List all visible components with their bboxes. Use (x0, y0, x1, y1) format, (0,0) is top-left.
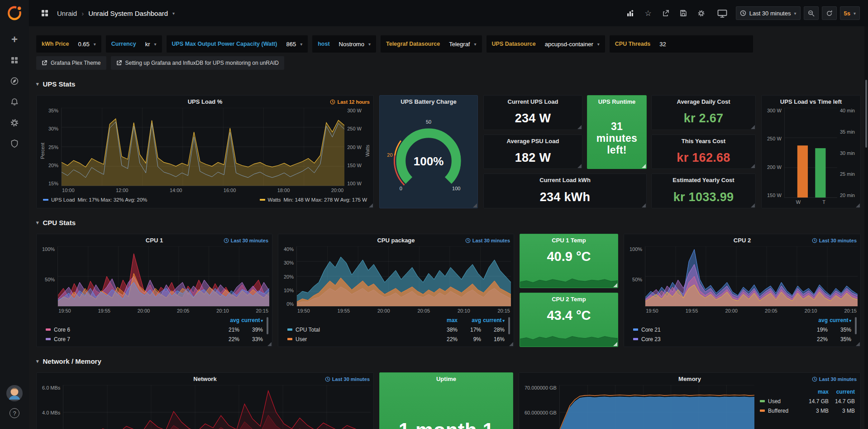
series-toggle[interactable]: Core 7 (46, 336, 216, 342)
resize-handle[interactable] (267, 342, 272, 346)
panel-time-range[interactable]: Last 30 minutes (812, 234, 857, 246)
resize-handle[interactable] (751, 164, 755, 168)
resize-handle[interactable] (369, 203, 373, 207)
variable-cpu-threads[interactable]: CPU Threads 32 (610, 35, 754, 53)
panel-time-range[interactable]: Last 12 hours (330, 96, 370, 108)
variable-ups-max-output[interactable]: UPS Max Output Power Capacity (Watt) 865… (167, 35, 308, 53)
network-chart[interactable] (63, 385, 371, 429)
cpu1-chart[interactable] (57, 246, 269, 307)
zoom-out-button[interactable] (804, 6, 819, 20)
legend-scrollbar[interactable] (508, 317, 510, 334)
row-cpu-stats[interactable]: ▾ CPU Stats (36, 216, 861, 229)
resize-handle[interactable] (642, 164, 646, 168)
resize-handle[interactable] (473, 203, 477, 207)
resize-handle[interactable] (856, 342, 860, 346)
breadcrumb: Unraid › Unraid System Dashboard ▾ (37, 6, 175, 20)
memory-chart[interactable] (559, 385, 754, 429)
star-dashboard-button[interactable]: ☆ (641, 6, 655, 20)
breadcrumb-app[interactable]: Unraid (57, 10, 77, 17)
panel-time-range[interactable]: Last 30 minutes (325, 373, 370, 385)
grafana-logo[interactable] (6, 5, 23, 22)
resize-handle[interactable] (509, 342, 513, 346)
panel-title[interactable]: This Years Cost (682, 138, 725, 145)
user-avatar[interactable] (6, 385, 23, 401)
explore-compass-icon[interactable] (5, 72, 24, 90)
dashboards-icon[interactable] (5, 51, 24, 69)
legend-row: Buffered 3 MB3 MB (760, 406, 855, 415)
legend-item-watts[interactable]: Watts Min: 148 W Max: 278 W Avg: 175 W (260, 197, 367, 202)
legend-item-ups-load[interactable]: UPS Load Min: 17% Max: 32% Avg: 20% (43, 197, 147, 202)
series-toggle[interactable]: Buffered (760, 408, 802, 414)
scrollbar-thumb[interactable] (865, 80, 867, 148)
resize-handle[interactable] (642, 203, 646, 207)
ups-bars-chart[interactable] (784, 108, 837, 198)
series-toggle[interactable]: Core 6 (46, 327, 216, 333)
series-toggle[interactable]: Used (760, 398, 802, 405)
panel-title[interactable]: UPS Load % (188, 98, 223, 105)
panel-title[interactable]: Current Load kWh (539, 177, 591, 183)
cpu2-chart[interactable] (645, 246, 858, 307)
refresh-button[interactable] (822, 6, 837, 20)
alerting-bell-icon[interactable] (5, 93, 24, 111)
row-network-memory[interactable]: ▾ Network / Memory (36, 354, 861, 368)
panel-title[interactable]: CPU 1 (146, 237, 163, 244)
panel-title[interactable]: Memory (678, 376, 701, 382)
share-button[interactable] (658, 6, 673, 20)
configuration-gear-icon[interactable] (5, 114, 24, 132)
resize-handle[interactable] (577, 164, 582, 168)
dashboard-settings-gear-button[interactable] (694, 6, 709, 20)
panel-title[interactable]: CPU 1 Temp (552, 237, 586, 244)
resize-handle[interactable] (751, 125, 755, 129)
dashboard-links-row: Grafana Plex Theme Setting up Grafana an… (36, 56, 861, 70)
refresh-interval-picker[interactable]: 5s ▾ (840, 6, 860, 20)
variable-kwh-price[interactable]: kWh Price 0.65▾ (36, 35, 101, 53)
ups-load-chart[interactable] (61, 108, 344, 186)
link-ups-monitoring-guide[interactable]: Setting up Grafana and InfluxDB for UPS … (111, 56, 285, 70)
cycle-view-monitor-icon[interactable] (714, 6, 731, 20)
row-ups-stats[interactable]: ▾ UPS Stats (36, 77, 861, 91)
panel-title[interactable]: Network (193, 376, 216, 382)
panel-title[interactable]: UPS Runtime (598, 98, 635, 105)
title-caret-icon: ▾ (172, 11, 175, 16)
resize-handle[interactable] (856, 203, 860, 207)
resize-handle[interactable] (613, 342, 617, 346)
panel-title[interactable]: CPU 2 Temp (552, 296, 586, 303)
apps-grid-icon[interactable] (37, 6, 52, 20)
panel-title[interactable]: UPS Battery Charge (401, 98, 457, 105)
dashboard: kWh Price 0.65▾ Currency kr▾ UPS Max Out… (29, 26, 868, 429)
save-button[interactable] (676, 6, 691, 20)
legend-scrollbar[interactable] (267, 317, 268, 334)
panel-title[interactable]: CPU 2 (734, 237, 751, 244)
panel-time-range[interactable]: Last 30 minutes (465, 234, 510, 246)
add-panel-button[interactable] (623, 6, 638, 20)
variable-telegraf-datasource[interactable]: Telegraf Datasource Telegraf▾ (381, 35, 482, 53)
series-toggle[interactable]: Core 23 (633, 336, 804, 342)
panel-title[interactable]: Current UPS Load (508, 98, 558, 105)
resize-handle[interactable] (751, 203, 755, 207)
panel-title[interactable]: Estimated Yearly Cost (672, 177, 734, 183)
cpu-package-chart[interactable] (296, 246, 511, 307)
panel-title[interactable]: UPS Load vs Time left (780, 98, 842, 105)
variable-currency[interactable]: Currency kr▾ (106, 35, 162, 53)
series-toggle[interactable]: CPU Total (287, 327, 434, 333)
link-grafana-plex-theme[interactable]: Grafana Plex Theme (36, 56, 106, 70)
dashboard-title[interactable]: Unraid System Dashboard (88, 10, 168, 17)
series-toggle[interactable]: Core 21 (633, 327, 804, 333)
panel-title[interactable]: CPU package (377, 237, 415, 244)
help-icon[interactable]: ? (5, 404, 24, 422)
panel-title[interactable]: Average Daily Cost (677, 98, 730, 105)
variable-host[interactable]: host Nostromo▾ (312, 35, 376, 53)
panel-time-range[interactable]: Last 30 minutes (224, 234, 268, 246)
panel-title[interactable]: Average PSU Load (507, 138, 559, 145)
series-toggle[interactable]: User (287, 336, 434, 342)
legend-scrollbar[interactable] (855, 317, 857, 334)
resize-handle[interactable] (613, 283, 617, 287)
server-admin-shield-icon[interactable] (5, 135, 24, 153)
variable-ups-datasource[interactable]: UPS Datasource apcupsd-container▾ (486, 35, 605, 53)
resize-handle[interactable] (577, 125, 582, 129)
create-plus-icon[interactable]: + (5, 30, 24, 48)
series-swatch (633, 328, 638, 331)
panel-time-range[interactable]: Last 30 minutes (812, 373, 857, 385)
panel-title[interactable]: Uptime (436, 376, 456, 382)
time-picker[interactable]: Last 30 minutes ▾ (736, 6, 801, 20)
